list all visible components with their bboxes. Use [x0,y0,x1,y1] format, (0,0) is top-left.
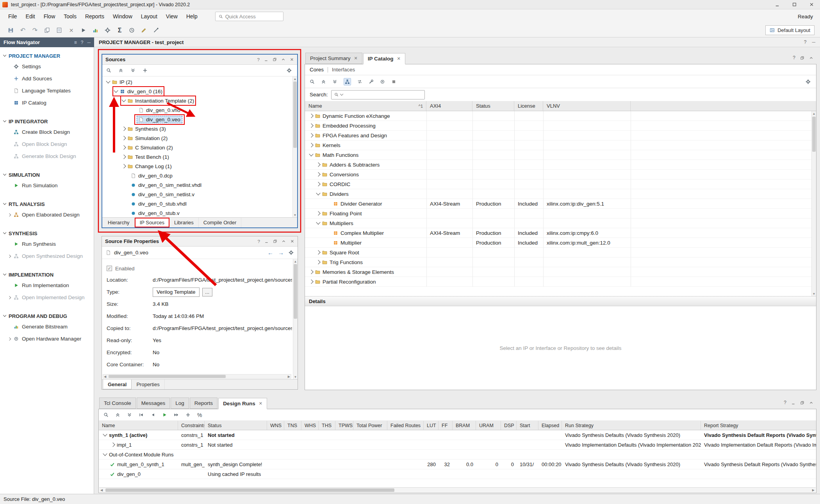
run-row-ooc-header[interactable]: Out-of-Context Module Runs [99,450,816,460]
target-icon[interactable] [380,79,385,84]
catalog-row[interactable]: Embedded Processing [305,121,816,131]
chevron-right-icon[interactable] [8,254,11,257]
chevron-down-icon[interactable] [121,98,126,102]
flownav-ip-catalog[interactable]: IP Catalog [0,97,94,109]
chevron-right-icon[interactable] [8,213,11,216]
maximize-icon[interactable] [786,0,803,9]
sfp-horizontal-scrollbar[interactable]: ◀ ▶ [103,374,291,379]
chevron-right-icon[interactable] [309,279,313,284]
chevron-right-icon[interactable] [316,172,320,176]
menu-reports[interactable]: Reports [81,13,109,20]
help-icon[interactable]: ? [257,57,260,62]
section-ip-integrator[interactable]: IP INTEGRATOR [0,117,94,126]
back-icon[interactable]: ← [267,249,273,256]
column-total-power[interactable]: Total Power [353,421,387,430]
collapse-all-icon[interactable] [321,79,326,84]
tab-messages[interactable]: Messages [137,398,170,409]
search-icon[interactable] [310,79,315,84]
tree-item-simulation[interactable]: Simulation (2) [102,133,297,143]
column-lut[interactable]: LUT [424,421,439,430]
tab-ip-catalog[interactable]: IP Catalog✕ [363,53,405,64]
tab-properties[interactable]: Properties [132,380,164,389]
tree-item-change-log[interactable]: Change Log (1) [102,161,297,171]
flownav-add-sources[interactable]: Add Sources [0,73,94,85]
column-failed-routes[interactable]: Failed Routes [387,421,424,430]
chevron-right-icon[interactable] [316,260,320,264]
column-bram[interactable]: BRAM [453,421,476,430]
gear-icon[interactable] [289,250,294,255]
catalog-row[interactable]: Square Root [305,248,816,257]
catalog-row[interactable]: Math Functions [305,150,816,160]
chevron-right-icon[interactable] [121,136,126,140]
chevron-right-icon[interactable] [111,442,115,447]
scroll-up-icon[interactable]: ▲ [293,76,297,81]
float-icon[interactable] [800,56,804,60]
catalog-row[interactable]: FPGA Features and Design [305,131,816,140]
scroll-up-icon[interactable]: ▲ [812,111,816,116]
redo-icon[interactable]: ↷ [29,25,41,36]
main-help-icon[interactable]: ? [804,39,807,45]
subtab-interfaces[interactable]: Interfaces [332,67,355,73]
help-icon[interactable]: ? [258,239,260,244]
column-start[interactable]: Start [517,421,538,430]
column-license[interactable]: License [514,101,543,111]
group-icon[interactable] [357,79,362,84]
tree-item-sim-netlist-v[interactable]: div_gen_0_sim_netlist.v [102,190,297,199]
tree-item-div-gen-0[interactable]: div_gen_0 (16) [102,87,297,96]
type-dropdown[interactable]: Verilog Template [153,287,200,297]
column-ff[interactable]: FF [439,421,453,430]
chevron-down-icon[interactable] [316,191,320,195]
run-row-div-gen-0[interactable]: div_gen_0 Using cached IP results [99,469,816,479]
scroll-down-icon[interactable]: ▼ [812,291,816,296]
menu-edit[interactable]: Edit [21,13,39,20]
column-elapsed[interactable]: Elapsed [538,421,562,430]
run-row-mult-gen-0-synth-1[interactable]: mult_gen_0_synth_1 mult_gen_0 synth_desi… [99,460,816,469]
catalog-row-multiplier[interactable]: MultiplierProductionIncludedxilinx.com:i… [305,238,816,248]
chevron-right-icon[interactable] [309,123,313,128]
chevron-right-icon[interactable] [121,154,126,159]
tree-item-ip[interactable]: IP (2) [102,77,297,87]
column-uram[interactable]: URAM [476,421,501,430]
flownav-open-block-design[interactable]: Open Block Design [0,138,94,150]
catalog-row[interactable]: CORDIC [305,179,816,189]
flownav-run-synthesis[interactable]: Run Synthesis [0,238,94,250]
minimize-icon[interactable] [264,57,268,62]
tree-item-div-gen-0-veo[interactable]: div_gen_0.veo [102,115,297,124]
help-icon[interactable]: ? [793,55,795,60]
subtab-cores[interactable]: Cores [310,67,324,73]
catalog-row[interactable]: Adders & Subtracters [305,160,816,170]
flownav-open-implemented-design[interactable]: Open Implemented Design [0,291,94,303]
undo-icon[interactable]: ↶ [17,25,29,36]
scroll-right-icon[interactable]: ▶ [288,375,290,378]
flow-nav-minimize-icon[interactable]: ─ [87,40,91,45]
flownav-create-block-design[interactable]: Create Block Design [0,126,94,138]
catalog-row[interactable]: Trig Functions [305,257,816,267]
catalog-scrollbar[interactable]: ▲ ▼ [811,111,816,296]
collapse-all-icon[interactable] [115,412,120,417]
chevron-down-icon[interactable] [316,220,320,225]
clock-icon[interactable] [126,25,138,36]
column-tns[interactable]: TNS [284,421,301,430]
tab-log[interactable]: Log [171,398,189,409]
tree-item-test-bench[interactable]: Test Bench (1) [102,152,297,161]
minimize-icon[interactable] [768,0,786,9]
stop-icon[interactable] [391,79,396,84]
search-icon[interactable] [103,412,109,417]
fast-forward-icon[interactable] [174,412,179,417]
flownav-generate-bitstream[interactable]: Generate Bitstream [0,321,94,333]
menu-file[interactable]: File [4,13,21,20]
tree-item-stub-vhdl[interactable]: div_gen_0_stub.vhdl [102,199,297,208]
help-icon[interactable]: ? [784,400,786,405]
gear-icon[interactable] [287,68,292,73]
minimize-icon[interactable] [264,239,269,243]
run-row-impl-1[interactable]: impl_1 constrs_1 Not started Vivado Impl… [99,440,816,450]
close-icon[interactable] [290,239,294,243]
layout-select[interactable]: Default Layout [765,25,815,35]
menu-help[interactable]: Help [182,13,202,20]
chevron-down-icon[interactable] [106,79,110,83]
section-rtl-analysis[interactable]: RTL ANALYSIS [0,199,94,209]
collapse-all-icon[interactable] [118,68,123,73]
catalog-row-complex-multiplier[interactable]: Complex MultiplierAXI4-StreamProductionI… [305,228,816,238]
chevron-right-icon[interactable] [309,114,313,118]
scroll-down-icon[interactable]: ▼ [293,213,297,217]
